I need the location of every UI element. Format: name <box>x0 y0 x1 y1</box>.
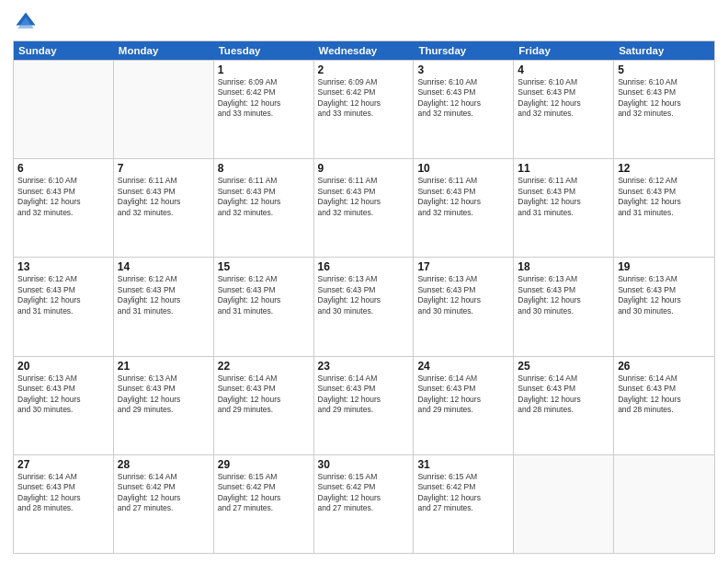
cell-day-number: 8 <box>218 162 310 175</box>
cell-day-number: 31 <box>417 458 509 471</box>
cell-day-number: 9 <box>318 162 410 175</box>
cal-header-cell: Sunday <box>14 41 114 60</box>
cell-info: Sunrise: 6:14 AM Sunset: 6:43 PM Dayligh… <box>318 373 410 416</box>
cell-info: Sunrise: 6:11 AM Sunset: 6:43 PM Dayligh… <box>118 176 210 218</box>
cal-cell: 3Sunrise: 6:10 AM Sunset: 6:43 PM Daylig… <box>414 61 514 158</box>
cell-info: Sunrise: 6:10 AM Sunset: 6:43 PM Dayligh… <box>17 176 109 218</box>
cell-day-number: 4 <box>518 63 609 76</box>
cal-cell: 16Sunrise: 6:13 AM Sunset: 6:43 PM Dayli… <box>314 258 415 355</box>
cell-info: Sunrise: 6:15 AM Sunset: 6:42 PM Dayligh… <box>218 472 310 514</box>
cal-header-cell: Saturday <box>614 41 714 60</box>
cell-day-number: 25 <box>518 360 609 373</box>
cal-cell: 2Sunrise: 6:09 AM Sunset: 6:42 PM Daylig… <box>314 61 415 158</box>
cal-cell: 31Sunrise: 6:15 AM Sunset: 6:42 PM Dayli… <box>414 455 514 553</box>
logo <box>13 9 42 35</box>
cell-day-number: 15 <box>218 260 310 273</box>
cal-cell: 29Sunrise: 6:15 AM Sunset: 6:42 PM Dayli… <box>214 455 314 553</box>
cal-cell: 15Sunrise: 6:12 AM Sunset: 6:43 PM Dayli… <box>214 258 314 355</box>
cell-day-number: 12 <box>618 162 711 175</box>
cell-info: Sunrise: 6:14 AM Sunset: 6:42 PM Dayligh… <box>118 472 210 514</box>
cell-day-number: 29 <box>218 458 310 471</box>
cal-cell: 14Sunrise: 6:12 AM Sunset: 6:43 PM Dayli… <box>114 258 214 355</box>
cell-day-number: 22 <box>218 360 310 373</box>
cell-day-number: 16 <box>318 260 410 273</box>
cell-info: Sunrise: 6:13 AM Sunset: 6:43 PM Dayligh… <box>17 373 109 416</box>
cell-info: Sunrise: 6:13 AM Sunset: 6:43 PM Dayligh… <box>618 274 711 316</box>
cell-day-number: 30 <box>318 458 410 471</box>
cal-header-cell: Thursday <box>414 41 514 60</box>
cell-day-number: 7 <box>118 162 210 175</box>
cal-header-cell: Wednesday <box>314 41 415 60</box>
cal-cell: 11Sunrise: 6:11 AM Sunset: 6:43 PM Dayli… <box>514 159 614 257</box>
cell-day-number: 23 <box>318 360 410 373</box>
cell-info: Sunrise: 6:11 AM Sunset: 6:43 PM Dayligh… <box>518 176 609 218</box>
cal-cell: 24Sunrise: 6:14 AM Sunset: 6:43 PM Dayli… <box>414 357 514 454</box>
cal-cell: 21Sunrise: 6:13 AM Sunset: 6:43 PM Dayli… <box>114 357 214 454</box>
cal-week-row: 6Sunrise: 6:10 AM Sunset: 6:43 PM Daylig… <box>14 158 714 257</box>
cell-info: Sunrise: 6:12 AM Sunset: 6:43 PM Dayligh… <box>618 176 711 218</box>
cell-info: Sunrise: 6:14 AM Sunset: 6:43 PM Dayligh… <box>618 373 711 416</box>
cal-cell: 8Sunrise: 6:11 AM Sunset: 6:43 PM Daylig… <box>214 159 314 257</box>
cell-info: Sunrise: 6:12 AM Sunset: 6:43 PM Dayligh… <box>17 274 109 316</box>
cell-day-number: 2 <box>318 63 410 76</box>
cell-day-number: 5 <box>618 63 711 76</box>
cell-info: Sunrise: 6:09 AM Sunset: 6:42 PM Dayligh… <box>218 77 310 120</box>
cal-cell: 4Sunrise: 6:10 AM Sunset: 6:43 PM Daylig… <box>514 61 614 158</box>
cell-day-number: 3 <box>417 63 509 76</box>
cell-day-number: 26 <box>618 360 711 373</box>
cal-week-row: 1Sunrise: 6:09 AM Sunset: 6:42 PM Daylig… <box>14 60 714 158</box>
calendar-header-row: SundayMondayTuesdayWednesdayThursdayFrid… <box>14 41 714 60</box>
cal-cell: 12Sunrise: 6:12 AM Sunset: 6:43 PM Dayli… <box>614 159 714 257</box>
cell-day-number: 21 <box>118 360 210 373</box>
cell-info: Sunrise: 6:15 AM Sunset: 6:42 PM Dayligh… <box>417 472 509 514</box>
cal-cell: 30Sunrise: 6:15 AM Sunset: 6:42 PM Dayli… <box>314 455 415 553</box>
cell-day-number: 10 <box>417 162 509 175</box>
cell-info: Sunrise: 6:09 AM Sunset: 6:42 PM Dayligh… <box>318 77 410 120</box>
cal-cell: 17Sunrise: 6:13 AM Sunset: 6:43 PM Dayli… <box>414 258 514 355</box>
logo-icon <box>13 9 39 35</box>
cal-week-row: 27Sunrise: 6:14 AM Sunset: 6:43 PM Dayli… <box>14 454 714 553</box>
cell-day-number: 28 <box>118 458 210 471</box>
cal-cell: 19Sunrise: 6:13 AM Sunset: 6:43 PM Dayli… <box>614 258 714 355</box>
cal-cell: 1Sunrise: 6:09 AM Sunset: 6:42 PM Daylig… <box>214 61 314 158</box>
cal-cell: 20Sunrise: 6:13 AM Sunset: 6:43 PM Dayli… <box>14 357 114 454</box>
cal-cell <box>514 455 614 553</box>
cal-cell: 7Sunrise: 6:11 AM Sunset: 6:43 PM Daylig… <box>114 159 214 257</box>
cal-cell: 13Sunrise: 6:12 AM Sunset: 6:43 PM Dayli… <box>14 258 114 355</box>
cell-info: Sunrise: 6:11 AM Sunset: 6:43 PM Dayligh… <box>417 176 509 218</box>
page: SundayMondayTuesdayWednesdayThursdayFrid… <box>0 0 728 563</box>
cal-header-cell: Friday <box>514 41 614 60</box>
cal-cell: 23Sunrise: 6:14 AM Sunset: 6:43 PM Dayli… <box>314 357 415 454</box>
cal-cell: 22Sunrise: 6:14 AM Sunset: 6:43 PM Dayli… <box>214 357 314 454</box>
cell-day-number: 18 <box>518 260 609 273</box>
cell-day-number: 11 <box>518 162 609 175</box>
cal-cell <box>14 61 114 158</box>
cell-day-number: 13 <box>17 260 109 273</box>
cal-cell: 18Sunrise: 6:13 AM Sunset: 6:43 PM Dayli… <box>514 258 614 355</box>
calendar: SundayMondayTuesdayWednesdayThursdayFrid… <box>13 40 715 554</box>
cell-info: Sunrise: 6:12 AM Sunset: 6:43 PM Dayligh… <box>218 274 310 316</box>
cell-info: Sunrise: 6:11 AM Sunset: 6:43 PM Dayligh… <box>218 176 310 218</box>
cell-info: Sunrise: 6:10 AM Sunset: 6:43 PM Dayligh… <box>417 77 509 120</box>
cell-info: Sunrise: 6:12 AM Sunset: 6:43 PM Dayligh… <box>118 274 210 316</box>
cell-info: Sunrise: 6:14 AM Sunset: 6:43 PM Dayligh… <box>518 373 609 416</box>
header <box>13 9 715 35</box>
cal-cell: 27Sunrise: 6:14 AM Sunset: 6:43 PM Dayli… <box>14 455 114 553</box>
cell-day-number: 27 <box>17 458 109 471</box>
cal-header-cell: Tuesday <box>214 41 314 60</box>
cell-day-number: 1 <box>218 63 310 76</box>
cell-day-number: 14 <box>118 260 210 273</box>
cell-day-number: 19 <box>618 260 711 273</box>
cell-info: Sunrise: 6:10 AM Sunset: 6:43 PM Dayligh… <box>618 77 711 120</box>
cal-cell: 9Sunrise: 6:11 AM Sunset: 6:43 PM Daylig… <box>314 159 415 257</box>
cal-week-row: 20Sunrise: 6:13 AM Sunset: 6:43 PM Dayli… <box>14 356 714 454</box>
cell-info: Sunrise: 6:14 AM Sunset: 6:43 PM Dayligh… <box>17 472 109 514</box>
cell-info: Sunrise: 6:14 AM Sunset: 6:43 PM Dayligh… <box>218 373 310 416</box>
cell-info: Sunrise: 6:13 AM Sunset: 6:43 PM Dayligh… <box>518 274 609 316</box>
cal-cell: 10Sunrise: 6:11 AM Sunset: 6:43 PM Dayli… <box>414 159 514 257</box>
cell-day-number: 17 <box>417 260 509 273</box>
cell-info: Sunrise: 6:13 AM Sunset: 6:43 PM Dayligh… <box>118 373 210 416</box>
cal-cell: 25Sunrise: 6:14 AM Sunset: 6:43 PM Dayli… <box>514 357 614 454</box>
cal-week-row: 13Sunrise: 6:12 AM Sunset: 6:43 PM Dayli… <box>14 257 714 355</box>
cal-cell: 5Sunrise: 6:10 AM Sunset: 6:43 PM Daylig… <box>614 61 714 158</box>
